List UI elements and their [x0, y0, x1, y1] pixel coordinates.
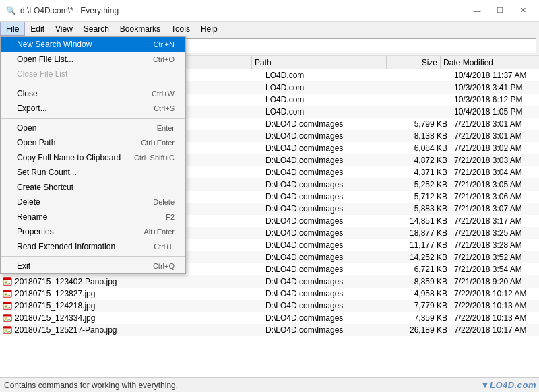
menu-item-label: Open File List... [17, 55, 73, 64]
menu-item-exit[interactable]: Exit Ctrl+Q [1, 259, 185, 273]
file-name: 20180715_125217-Pano.jpg [13, 325, 263, 335]
menu-item-create-shortcut[interactable]: Create Shortcut [1, 180, 185, 195]
menu-item-open[interactable]: Open Enter [1, 121, 185, 135]
menu-separator-3 [1, 256, 185, 257]
image-icon [1, 324, 13, 336]
file-size: 11,177 KB [398, 240, 451, 250]
svg-rect-53 [3, 315, 11, 317]
file-path: D:\LO4D.com\Images [263, 131, 398, 141]
menu-item-label: Copy Full Name to Clipboard [17, 153, 121, 162]
file-path: D:\LO4D.com\Images [263, 143, 398, 153]
file-date: 7/21/2018 3:01 AM [451, 119, 539, 129]
maximize-button[interactable]: ☐ [489, 4, 511, 18]
file-date: 7/21/2018 3:25 AM [451, 228, 539, 238]
menubar: File Edit View Search Bookmarks Tools He… [0, 22, 539, 36]
file-size: 14,851 KB [398, 216, 451, 226]
col-header-date[interactable]: Date Modified [441, 56, 528, 69]
close-button[interactable]: ✕ [512, 4, 534, 18]
menu-item-close-file-list: Close File List [1, 67, 185, 81]
menu-item-label: Properties [17, 227, 54, 236]
menu-item-label: Set Run Count... [17, 168, 77, 177]
menu-item-rename[interactable]: Rename F2 [1, 209, 185, 224]
menu-item-label: Rename [17, 212, 47, 222]
menu-item-shortcut: Ctrl+Shift+C [134, 154, 175, 162]
menu-item-open-path[interactable]: Open Path Ctrl+Enter [1, 135, 185, 150]
menu-item-delete[interactable]: Delete Delete [1, 195, 185, 209]
minimize-button[interactable]: — [466, 4, 488, 18]
app-icon: 🔍 [5, 5, 16, 16]
file-date: 10/3/2018 6:12 PM [451, 95, 539, 104]
file-size: 6,721 KB [398, 265, 451, 274]
menu-item-properties[interactable]: Properties Alt+Enter [1, 224, 185, 239]
file-size: 7,779 KB [398, 301, 451, 311]
file-size: 4,958 KB [398, 289, 451, 298]
table-row[interactable]: 20180715_125217-Pano.jpg D:\LO4D.com\Ima… [0, 324, 539, 336]
file-date: 7/21/2018 3:05 AM [451, 180, 539, 189]
file-date: 7/22/2018 10:17 AM [451, 325, 539, 335]
image-icon [1, 275, 13, 288]
menu-item-new-search-window[interactable]: New Search Window Ctrl+N [1, 37, 185, 52]
table-row[interactable]: 20180715_123402-Pano.jpg D:\LO4D.com\Ima… [0, 275, 539, 288]
file-path: D:\LO4D.com\Images [263, 192, 398, 201]
svg-rect-44 [3, 278, 11, 280]
menu-bookmarks[interactable]: Bookmarks [115, 22, 166, 36]
file-path: D:\LO4D.com\Images [263, 301, 398, 311]
file-size: 26,189 KB [398, 325, 451, 335]
titlebar-left: 🔍 d:\LO4D.com\* - Everything [5, 5, 119, 16]
image-icon [1, 300, 13, 312]
file-size: 4,872 KB [398, 156, 451, 165]
file-size: 5,799 KB [398, 119, 451, 129]
menu-edit[interactable]: Edit [25, 22, 50, 36]
titlebar: 🔍 d:\LO4D.com\* - Everything — ☐ ✕ [0, 0, 539, 22]
file-path: D:\LO4D.com\Images [263, 253, 398, 262]
menu-item-close[interactable]: Close Ctrl+W [1, 86, 185, 101]
menu-item-shortcut: Delete [153, 198, 175, 206]
svg-rect-50 [3, 302, 11, 304]
file-date: 7/21/2018 3:17 AM [451, 216, 539, 226]
image-icon [1, 288, 13, 300]
file-path: LO4D.com [263, 71, 398, 80]
file-date: 7/22/2018 10:12 AM [451, 289, 539, 298]
file-path: D:\LO4D.com\Images [263, 240, 398, 250]
col-header-path[interactable]: Path [252, 56, 387, 69]
file-path: LO4D.com [263, 95, 398, 104]
menu-item-export[interactable]: Export... Ctrl+S [1, 101, 185, 116]
file-date: 10/4/2018 1:05 PM [451, 107, 539, 117]
file-date: 7/21/2018 9:20 AM [451, 277, 539, 286]
table-row[interactable]: 20180715_124218.jpg D:\LO4D.com\Images 7… [0, 300, 539, 312]
file-name: 20180715_124334.jpg [13, 313, 263, 323]
image-icon [1, 312, 13, 324]
file-path: D:\LO4D.com\Images [263, 168, 398, 177]
window-title: d:\LO4D.com\* - Everything [20, 6, 119, 15]
menu-item-label: Close [17, 89, 38, 98]
table-row[interactable]: 20180715_123827.jpg D:\LO4D.com\Images 4… [0, 288, 539, 300]
menu-item-shortcut: Enter [157, 124, 175, 132]
file-size: 5,712 KB [398, 192, 451, 201]
file-dropdown-menu: New Search Window Ctrl+N Open File List.… [0, 36, 186, 274]
menu-search[interactable]: Search [78, 22, 115, 36]
svg-rect-47 [3, 290, 11, 292]
table-row[interactable]: 20180715_124334.jpg D:\LO4D.com\Images 7… [0, 312, 539, 324]
menu-item-open-file-list[interactable]: Open File List... Ctrl+O [1, 52, 185, 67]
menu-item-shortcut: Ctrl+S [154, 104, 175, 112]
menu-item-copy-full-name[interactable]: Copy Full Name to Clipboard Ctrl+Shift+C [1, 150, 185, 165]
menu-item-shortcut: Ctrl+E [154, 242, 175, 251]
menu-item-label: Create Shortcut [17, 183, 73, 192]
menu-view[interactable]: View [50, 22, 78, 36]
menu-item-label: Read Extended Information [17, 242, 115, 251]
menu-help[interactable]: Help [195, 22, 223, 36]
menu-file[interactable]: File [0, 22, 25, 36]
menu-item-set-run-count[interactable]: Set Run Count... [1, 165, 185, 180]
menu-item-read-extended[interactable]: Read Extended Information Ctrl+E [1, 239, 185, 254]
menu-item-shortcut: F2 [166, 213, 175, 221]
file-date: 7/21/2018 3:28 AM [451, 240, 539, 250]
file-size: 8,859 KB [398, 277, 451, 286]
file-name: 20180715_123827.jpg [13, 289, 263, 298]
menu-item-shortcut: Ctrl+W [152, 90, 175, 98]
menu-item-label: Exit [17, 261, 30, 271]
col-header-size[interactable]: Size [387, 56, 441, 69]
menu-item-label: Export... [17, 104, 47, 113]
file-path: D:\LO4D.com\Images [263, 313, 398, 323]
file-size: 5,883 KB [398, 204, 451, 214]
menu-tools[interactable]: Tools [166, 22, 195, 36]
